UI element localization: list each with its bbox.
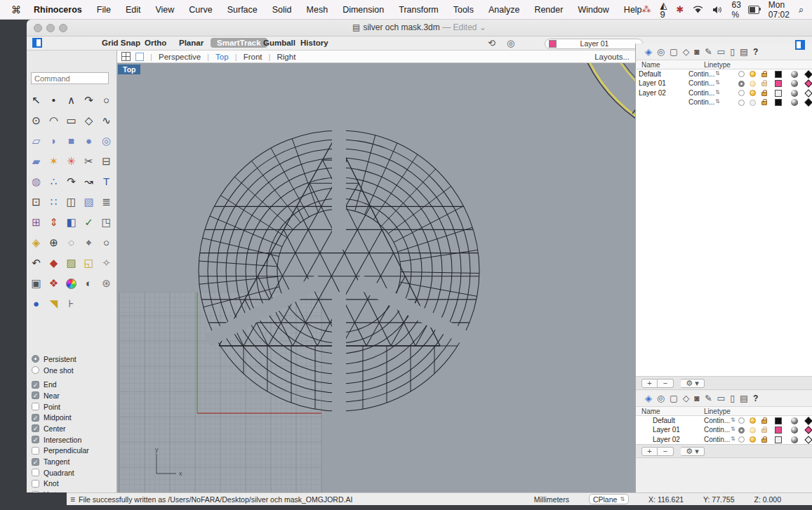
checkbox-midpoint[interactable]: ✓	[32, 414, 39, 422]
polygon-tool-icon[interactable]: ◇	[80, 110, 98, 130]
check-tool-icon[interactable]: ✓	[80, 212, 98, 232]
panel-toggle-right-icon[interactable]	[795, 40, 805, 50]
layer-gear-menu[interactable]: ⚙ ▾	[681, 379, 705, 388]
menu-view[interactable]: View	[155, 5, 174, 15]
named-view-tool-icon[interactable]: ◈	[27, 232, 45, 253]
current-layer-radio[interactable]	[738, 71, 745, 77]
command-input[interactable]	[31, 72, 109, 84]
help-panel-icon[interactable]: ?	[753, 47, 758, 57]
layer-material-icon[interactable]	[791, 90, 798, 97]
checkbox-tangent[interactable]: ✓	[32, 458, 39, 466]
layouts-button[interactable]: Layouts...	[594, 53, 635, 61]
layer-print-color-icon[interactable]	[804, 426, 812, 434]
stepper-icon[interactable]: ⇅	[715, 79, 720, 86]
checkbox-point[interactable]	[32, 403, 39, 410]
blob-tool-icon[interactable]: ◍	[27, 171, 45, 192]
layout-tool-icon[interactable]: ◱	[80, 253, 98, 273]
layer-visibility-bulb-icon[interactable]	[750, 71, 756, 77]
split-tool-icon[interactable]: ⊟	[98, 151, 115, 171]
layer-row[interactable]: DefaultContin...⇅	[636, 69, 812, 79]
stepper-icon[interactable]: ⇅	[731, 417, 736, 423]
layer-gear-menu[interactable]: ⚙ ▾	[681, 447, 705, 456]
notes-panel-icon[interactable]: ▢	[670, 393, 678, 403]
color-wheel-tool-icon[interactable]	[62, 273, 80, 293]
toggle-grid-snap[interactable]: Grid Snap	[102, 39, 140, 47]
layer-print-color-icon[interactable]	[804, 70, 812, 78]
layer-color-swatch[interactable]	[775, 90, 782, 97]
freeform-tool-icon[interactable]: ∿	[98, 110, 115, 130]
stepper-icon[interactable]: ⇅	[731, 436, 736, 442]
blend-tool-icon[interactable]: ↷	[62, 171, 80, 192]
menu-window[interactable]: Window	[578, 5, 608, 15]
stepper-icon[interactable]: ⇅	[715, 70, 720, 76]
menubar-app1-icon[interactable]: ⁂	[642, 5, 651, 14]
title-chevron-icon[interactable]: ⌄	[479, 22, 486, 32]
properties-panel-icon[interactable]: ◎	[657, 393, 665, 403]
current-layer-radio[interactable]	[738, 90, 745, 96]
layer-visibility-bulb-icon[interactable]	[750, 100, 756, 106]
tab-top[interactable]: Top	[215, 53, 229, 61]
layer-lock-icon[interactable]	[761, 101, 767, 105]
layer-lock-icon[interactable]	[761, 82, 767, 86]
extrude-tool-icon[interactable]: ▧	[80, 192, 98, 212]
linetype-column-header[interactable]: Linetype	[704, 408, 731, 415]
help-panel-icon[interactable]: ?	[753, 394, 758, 403]
cone-tool-icon[interactable]: ◥	[45, 293, 62, 314]
render-panel-icon[interactable]: ✎	[705, 393, 712, 403]
shear-tool-icon[interactable]: ◧	[62, 212, 80, 232]
menu-transform[interactable]: Transform	[399, 5, 439, 15]
surface-tool-icon[interactable]: ▱	[27, 130, 45, 151]
layers-panel-icon[interactable]: ◈	[645, 46, 652, 57]
menu-help[interactable]: Help	[624, 5, 642, 15]
zoom-tool-icon[interactable]: ○	[98, 232, 115, 253]
trim-tool-icon[interactable]: ✂	[80, 151, 98, 171]
filter-icon[interactable]: ◎	[507, 38, 514, 48]
slab-tool-icon[interactable]: ≣	[98, 192, 115, 212]
toggle-history[interactable]: History	[300, 39, 328, 47]
linetype-value[interactable]: Contin...	[704, 417, 730, 424]
linetype-value[interactable]: Contin...	[704, 426, 730, 434]
display-panel-icon[interactable]: ◇	[683, 393, 690, 403]
linetype-value[interactable]: Contin...	[688, 70, 714, 78]
spotlight-search-icon[interactable]: ⌕	[799, 5, 804, 14]
notes-panel-icon[interactable]: ▢	[670, 46, 678, 57]
battery-indicator[interactable]: 63 %	[731, 0, 759, 20]
layer-print-color-icon[interactable]	[804, 79, 812, 87]
status-menu-icon[interactable]: ≡	[70, 495, 75, 504]
menu-rhinoceros[interactable]: Rhinoceros	[34, 5, 82, 15]
layer-print-color-icon[interactable]	[804, 436, 812, 443]
menu-file[interactable]: File	[97, 5, 111, 15]
menubar-app2-icon[interactable]: ◭ 9	[660, 1, 667, 19]
layer-visibility-bulb-icon[interactable]	[750, 436, 756, 443]
select-tool-icon[interactable]: ↖	[27, 90, 45, 110]
lock-tool-icon[interactable]: ▣	[27, 273, 45, 293]
layer-print-color-icon[interactable]	[804, 98, 812, 106]
linetype-value[interactable]: Contin...	[688, 98, 714, 106]
menu-surface[interactable]: Surface	[227, 5, 258, 15]
checkbox-near[interactable]: ✓	[32, 391, 39, 399]
volume-icon[interactable]	[712, 6, 722, 14]
point-tool-icon[interactable]: •	[45, 90, 62, 110]
four-viewports-icon[interactable]	[121, 52, 131, 61]
materials-panel-icon[interactable]: ▭	[717, 393, 725, 403]
render-panel-icon[interactable]: ✎	[705, 46, 712, 57]
menu-solid[interactable]: Solid	[272, 5, 292, 15]
toggle-ortho[interactable]: Ortho	[145, 39, 166, 47]
menubar-app3-icon[interactable]: ✱	[677, 5, 684, 14]
layer-color-swatch[interactable]	[775, 71, 782, 78]
layer-lock-icon[interactable]	[761, 92, 767, 96]
patch-tool-icon[interactable]: ◗	[45, 130, 62, 151]
top-viewport[interactable]: Top yx	[117, 63, 635, 492]
layer-material-icon[interactable]	[791, 436, 798, 443]
layers-panel-icon[interactable]: ◈	[645, 393, 652, 403]
menu-tools[interactable]: Tools	[453, 5, 474, 15]
name-column-header[interactable]: Name	[641, 408, 660, 415]
menu-render[interactable]: Render	[534, 5, 563, 15]
menu-analyze[interactable]: Analyze	[488, 5, 519, 15]
undo-view-tool-icon[interactable]: ↶	[27, 253, 45, 273]
camera-panel-icon[interactable]: ◙	[694, 394, 700, 403]
tab-perspective[interactable]: Perspective	[159, 53, 201, 61]
wifi-icon[interactable]	[693, 6, 703, 14]
layer-row[interactable]: Layer 01Contin...⇅	[636, 79, 812, 89]
layer-lock-icon[interactable]	[761, 438, 767, 443]
